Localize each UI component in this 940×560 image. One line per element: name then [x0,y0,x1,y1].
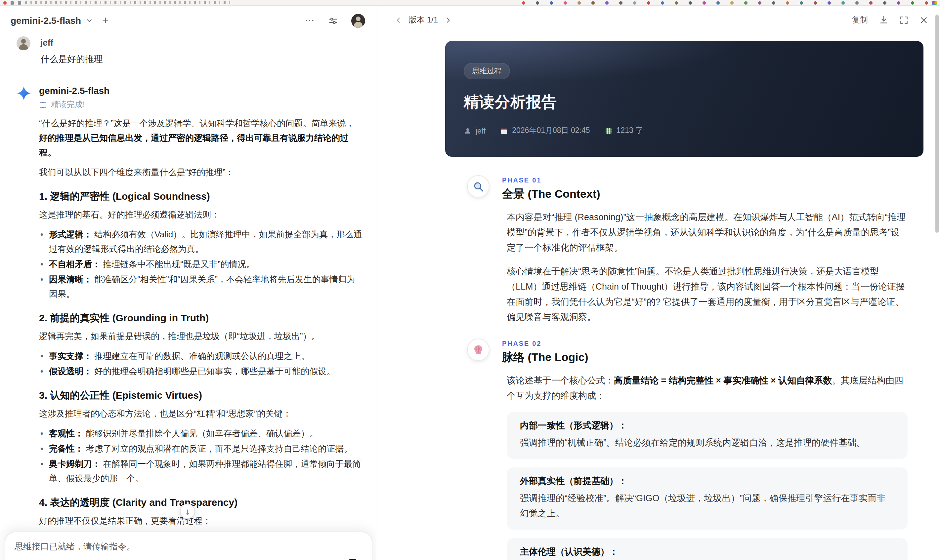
bullet-list: 客观性： 能够识别并尽量排除个人偏见（如幸存者偏差、确认偏差）。 完备性： 考虑… [39,426,362,486]
dimension-title: 主体伦理（认识美德）： [520,545,894,560]
section-title: 2. 前提的真实性 (Grounding in Truth) [39,310,362,327]
menubar-extension-icon[interactable] [564,1,567,4]
menubar-extension-icon[interactable] [689,1,692,4]
scroll-to-bottom-button[interactable]: ↓ [180,504,195,519]
close-button[interactable] [920,15,928,24]
menubar-extension-icon[interactable] [703,1,706,4]
phase-paragraph: 核心情境在于解决“思考的随意性”问题。不论是人类通过批判性思维进行决策，还是大语… [507,265,908,325]
user-name: jeff [40,38,103,48]
chat-panel: gemini-2.5-flash + jeff [0,6,376,560]
bullet-list: 形式逻辑： 结构必须有效（Valid）。比如演绎推理中，如果前提全部为真，那么通… [39,228,362,302]
account-avatar[interactable] [351,14,365,28]
menubar-extension-icon[interactable] [592,1,595,4]
bullet-item: 完备性： 考虑了对立的观点和潜在的反证，而不是只选择支持自己结论的证据。 [39,442,362,456]
chevron-right-icon[interactable] [445,16,452,23]
menubar-extension-icon[interactable] [772,1,775,4]
chat-message-list[interactable]: jeff 什么是好的推理 gemini-2.5-flash 精读完成! [0,36,376,553]
phase-paragraph: 本内容是对“推理 (Reasoning)”这一抽象概念的高层建模。在知识爆炸与人… [507,210,908,256]
phase-formula-paragraph: 该论述基于一个核心公式：高质量结论 = 结构完整性 × 事实准确性 × 认知自律… [507,373,908,404]
menubar-extension-icon[interactable] [869,1,872,4]
brain-icon [467,338,490,361]
phase-label: PHASE 01 [502,175,600,184]
section-title: 3. 认知的公正性 (Epistemic Virtues) [39,387,362,404]
menubar-extension-icon[interactable] [550,1,553,4]
phase-section-2: PHASE 02 脉络 (The Logic) 该论述基于一个核心公式：高质量结… [445,338,923,560]
section-title: 1. 逻辑的严密性 (Logical Soundness) [39,188,362,205]
clipped-menubar-text [25,2,230,4]
bullet-item: 不自相矛盾： 推理链条中不能出现“既是又非”的情况。 [39,257,362,272]
menubar-extension-icon[interactable] [897,1,900,4]
assistant-markdown: “什么是好的推理？”这是一个涉及逻辑学、认知科学和哲学核心的问题。简单来说，好的… [39,116,362,548]
menubar-extension-icon[interactable] [758,1,761,4]
window-scrollbar[interactable] [935,15,938,233]
menubar-extension-icon[interactable] [786,1,789,4]
menubar-extension-icon[interactable] [536,1,539,4]
bullet-item: 形式逻辑： 结构必须有效（Valid）。比如演绎推理中，如果前提全部为真，那么通… [39,228,362,257]
section-intro: 逻辑再完美，如果前提是错误的，推理也是垃圾（即“垃圾进，垃圾出”）。 [39,329,362,344]
menubar-extension-icon[interactable] [633,1,636,4]
menubar-extension-icon[interactable] [675,1,678,4]
version-navigation: 版本 1/1 [395,14,452,25]
chevron-left-icon[interactable] [395,16,402,23]
section-intro: 这涉及推理者的心态和方法论，也是区分“杠精”和“思想家”的关键： [39,406,362,421]
report-meta: jeff 2026年01月08日 02:45 1213 字 [464,126,905,135]
magnifier-icon [467,175,490,198]
section-intro: 好的推理不仅仅是结果正确，更要看清过程： [39,513,362,528]
new-chat-button[interactable]: + [102,15,108,26]
menubar-extension-icon[interactable] [522,1,525,4]
bullet-item: 奥卡姆剃刀： 在解释同一个现象时，如果两种推理都能站得住脚，通常倾向于最简单、假… [39,457,362,486]
chevron-down-icon [86,17,92,24]
section-title: 4. 表达的透明度 (Clarity and Transparency) [39,494,362,511]
menubar-extension-icon[interactable] [911,1,914,4]
menubar-extension-icon[interactable] [883,1,886,4]
menubar-extension-icon[interactable] [647,1,650,4]
dimension-card: 内部一致性（形式逻辑）： 强调推理的“机械正确”。结论必须在给定的规则系统内逻辑… [507,412,908,459]
menubar-extension-icon[interactable] [717,1,720,4]
menubar-extension-icon[interactable] [578,1,581,4]
version-label: 版本 1/1 [409,14,438,25]
menubar-extension-icon[interactable] [855,1,858,4]
phase-title: 脉络 (The Logic) [502,349,589,365]
menubar-extension-icon[interactable] [814,1,817,4]
meta-date: 2026年01月08日 02:45 [500,126,590,135]
model-selector[interactable]: gemini-2.5-flash [11,15,92,26]
user-message-text: 什么是好的推理 [40,54,103,65]
tune-settings-button[interactable] [328,15,338,25]
dimension-title: 外部真实性（前提基础）： [520,474,894,489]
chat-input[interactable] [15,542,362,551]
voice-input-button[interactable] [345,558,360,560]
menubar-extension-icon[interactable] [619,1,623,4]
report-document[interactable]: 思维过程 精读分析报告 jeff 2026年01月08日 02:45 [445,41,923,560]
phase-title: 全景 (The Context) [502,186,600,202]
menubar-extension-icon[interactable] [841,1,845,4]
intro-paragraph: “什么是好的推理？”这是一个涉及逻辑学、认知科学和哲学核心的问题。简单来说，好的… [39,116,362,160]
status-text: 精读完成! [51,99,85,111]
menubar-extension-icon[interactable] [605,1,609,4]
grid-icon[interactable] [11,1,14,4]
bullet-item: 因果清晰： 能准确区分“相关性”和“因果关系”，不会轻率地将先后发生的事情归为因… [39,273,362,302]
menu-icon[interactable] [18,1,21,4]
rainbow-app-icon[interactable] [932,0,937,5]
fullscreen-button[interactable] [900,15,908,24]
meta-word-count: 1213 字 [605,126,643,135]
more-options-button[interactable] [304,15,315,26]
assistant-name: gemini-2.5-flash [39,85,362,96]
download-button[interactable] [879,15,888,25]
gemini-star-icon [17,86,31,100]
menubar-extension-icons [522,1,928,4]
menubar-extension-icon[interactable] [730,1,734,4]
menubar-extension-icon[interactable] [661,1,664,4]
menubar-extension-icon[interactable] [800,1,803,4]
user-message: jeff 什么是好的推理 [17,36,362,65]
lead-in-paragraph: 我们可以从以下四个维度来衡量什么是“好的推理”： [39,166,362,180]
assistant-status: 精读完成! [39,99,362,111]
menubar-extension-icon[interactable] [925,1,928,4]
user-icon [464,127,472,135]
bullet-list: 事实支撑： 推理建立在可靠的数据、准确的观测或公认的真理之上。 假设透明： 好的… [39,349,362,379]
copy-button[interactable]: 复制 [852,14,868,25]
menubar-extension-icon[interactable] [744,1,747,4]
phase-section-1: PHASE 01 全景 (The Context) 本内容是对“推理 (Reas… [445,175,923,325]
dimension-body: 强调推理的“机械正确”。结论必须在给定的规则系统内逻辑自洽，这是推理的硬件基础。 [520,436,894,451]
bullet-item: 事实支撑： 推理建立在可靠的数据、准确的观测或公认的真理之上。 [39,349,362,364]
menubar-extension-icon[interactable] [828,1,831,4]
